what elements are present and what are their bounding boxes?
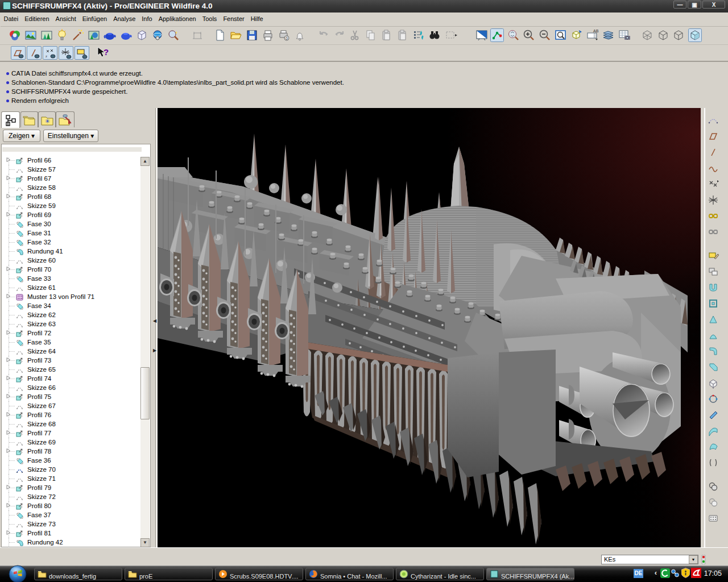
svg-text:AB: AB — [593, 29, 599, 33]
svg-text:?: ? — [104, 47, 109, 57]
svg-text:✳: ✳ — [44, 118, 49, 124]
svg-text:0: 0 — [286, 36, 288, 40]
svg-text:z: z — [46, 55, 47, 58]
